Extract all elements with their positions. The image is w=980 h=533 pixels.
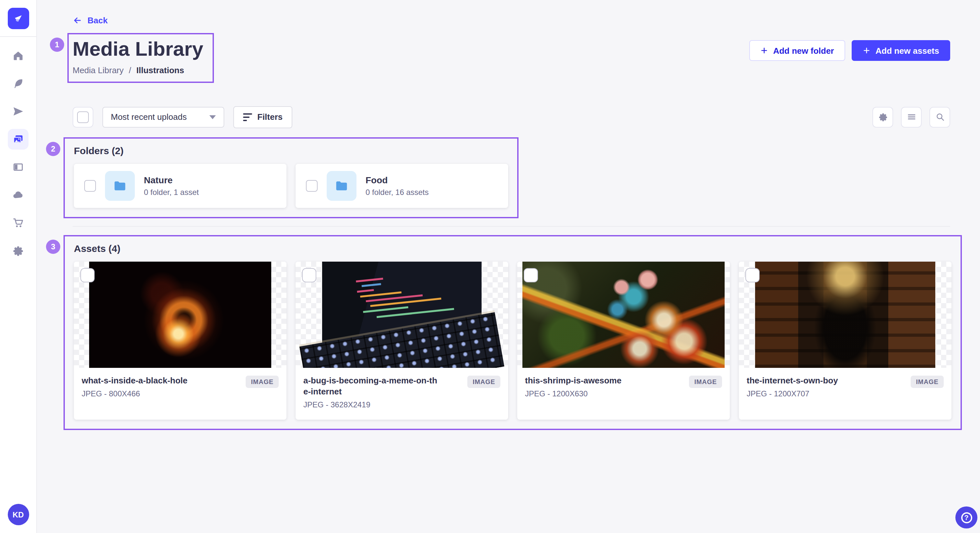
folder-tile xyxy=(327,171,356,201)
question-mark-icon: ? xyxy=(961,512,972,523)
folder-checkbox[interactable] xyxy=(306,180,318,192)
asset-texts: a-bug-is-becoming-a-meme-on-the-internet… xyxy=(303,376,441,409)
sidebar: KD xyxy=(0,0,37,533)
search-button[interactable] xyxy=(929,107,950,128)
asset-name: a-bug-is-becoming-a-meme-on-the-internet xyxy=(303,376,441,398)
sort-dropdown-value: Most recent uploads xyxy=(111,113,187,122)
media-library-icon xyxy=(12,133,24,145)
asset-name: the-internet-s-own-boy xyxy=(747,376,838,387)
asset-texts: the-internet-s-own-boy JPEG - 1200X707 xyxy=(747,376,838,398)
breadcrumb-parent[interactable]: Media Library xyxy=(73,65,124,75)
asset-info: the-internet-s-own-boy JPEG - 1200X707 I… xyxy=(739,368,951,409)
sidebar-item-content-manager[interactable] xyxy=(8,157,29,178)
asset-card-internets-own-boy[interactable]: the-internet-s-own-boy JPEG - 1200X707 I… xyxy=(739,262,951,420)
asset-texts: what-s-inside-a-black-hole JPEG - 800X46… xyxy=(82,376,188,398)
select-all-container xyxy=(73,107,93,128)
folder-card-food[interactable]: Food 0 folder, 16 assets xyxy=(296,164,508,208)
breadcrumb-separator: / xyxy=(129,65,131,75)
asset-meta: JPEG - 1200X707 xyxy=(747,389,838,398)
sidebar-item-content-builder[interactable] xyxy=(8,73,29,94)
cloud-icon xyxy=(12,189,24,201)
chevron-down-icon xyxy=(209,115,216,119)
sort-dropdown[interactable]: Most recent uploads xyxy=(102,107,224,128)
annotation-box-title: 1 Media Library Media Library / Illustra… xyxy=(67,33,213,83)
filter-icon xyxy=(243,113,252,121)
strapi-logo[interactable] xyxy=(8,8,29,29)
asset-info: this-shrimp-is-awesome JPEG - 1200X630 I… xyxy=(517,368,730,409)
section-divider xyxy=(73,226,950,227)
folder-meta: 0 folder, 16 assets xyxy=(366,188,429,197)
view-settings-button[interactable] xyxy=(872,107,893,128)
folder-name: Nature xyxy=(144,175,199,185)
sidebar-item-cloud[interactable] xyxy=(8,185,29,205)
asset-thumbnail xyxy=(296,262,508,368)
annotation-badge-2: 2 xyxy=(46,142,60,156)
asset-meta: JPEG - 1200X630 xyxy=(525,389,622,398)
asset-thumbnail xyxy=(517,262,730,368)
asset-type-badge: IMAGE xyxy=(689,376,722,388)
sidebar-divider xyxy=(0,36,36,37)
home-icon xyxy=(12,50,24,62)
asset-card-shrimp[interactable]: this-shrimp-is-awesome JPEG - 1200X630 I… xyxy=(517,262,730,420)
folder-name: Food xyxy=(366,175,429,185)
folder-texts: Food 0 folder, 16 assets xyxy=(366,175,429,197)
asset-checkbox[interactable] xyxy=(524,268,538,282)
toolbar-right xyxy=(872,107,950,128)
folder-meta: 0 folder, 1 asset xyxy=(144,188,199,197)
main-content: Back 1 Media Library Media Library / Ill… xyxy=(36,0,980,533)
sidebar-item-media-library[interactable] xyxy=(8,129,29,150)
breadcrumb-current: Illustrations xyxy=(137,65,184,75)
toolbar-left: Most recent uploads Filters xyxy=(73,106,292,128)
asset-checkbox[interactable] xyxy=(302,268,316,282)
asset-checkbox[interactable] xyxy=(745,268,760,282)
asset-thumbnail xyxy=(74,262,286,368)
header-buttons: Add new folder Add new assets xyxy=(749,40,950,61)
header-row: 1 Media Library Media Library / Illustra… xyxy=(73,33,950,83)
sidebar-item-settings[interactable] xyxy=(8,240,29,261)
folder-card-nature[interactable]: Nature 0 folder, 1 asset xyxy=(74,164,286,208)
back-arrow-icon xyxy=(73,16,82,25)
gear-icon xyxy=(878,113,888,122)
page-title: Media Library xyxy=(73,37,203,62)
select-all-checkbox[interactable] xyxy=(77,111,89,123)
plus-icon xyxy=(760,47,768,54)
folder-tile xyxy=(105,171,135,201)
annotation-box-folders: 2 Folders (2) Nature 0 folder, 1 asset xyxy=(64,137,519,218)
shrimp-image xyxy=(522,262,725,368)
strapi-logo-icon xyxy=(12,12,25,25)
assets-heading: Assets (4) xyxy=(74,243,951,254)
breadcrumb: Media Library / Illustrations xyxy=(73,65,203,75)
asset-card-bug-meme[interactable]: a-bug-is-becoming-a-meme-on-the-internet… xyxy=(296,262,508,420)
search-icon xyxy=(935,113,945,122)
sidebar-nav xyxy=(8,45,29,261)
user-avatar[interactable]: KD xyxy=(8,504,29,525)
asset-checkbox[interactable] xyxy=(80,268,95,282)
asset-list: what-s-inside-a-black-hole JPEG - 800X46… xyxy=(74,262,951,420)
plus-icon xyxy=(862,47,870,54)
asset-card-black-hole[interactable]: what-s-inside-a-black-hole JPEG - 800X46… xyxy=(74,262,286,420)
sidebar-item-home[interactable] xyxy=(8,45,29,66)
asset-name: this-shrimp-is-awesome xyxy=(525,376,622,387)
filters-button[interactable]: Filters xyxy=(233,106,292,128)
folder-checkbox[interactable] xyxy=(84,180,96,192)
help-button[interactable]: ? xyxy=(955,506,977,528)
layout-icon xyxy=(12,161,24,173)
folder-icon xyxy=(334,179,349,193)
asset-info: what-s-inside-a-black-hole JPEG - 800X46… xyxy=(74,368,286,409)
back-link[interactable]: Back xyxy=(73,16,108,25)
asset-meta: JPEG - 800X466 xyxy=(82,389,188,398)
feather-icon xyxy=(12,78,24,89)
asset-type-badge: IMAGE xyxy=(911,376,944,388)
laptop-code-image xyxy=(322,262,482,368)
asset-name: what-s-inside-a-black-hole xyxy=(82,376,188,387)
back-label: Back xyxy=(88,16,108,25)
sidebar-item-releases[interactable] xyxy=(8,101,29,122)
annotation-badge-3: 3 xyxy=(46,240,60,254)
sidebar-item-marketplace[interactable] xyxy=(8,213,29,233)
add-new-folder-button[interactable]: Add new folder xyxy=(749,40,845,61)
asset-thumbnail xyxy=(739,262,951,368)
folder-texts: Nature 0 folder, 1 asset xyxy=(144,175,199,197)
cart-icon xyxy=(12,217,24,228)
list-view-button[interactable] xyxy=(901,107,922,128)
add-new-assets-button[interactable]: Add new assets xyxy=(851,40,950,61)
